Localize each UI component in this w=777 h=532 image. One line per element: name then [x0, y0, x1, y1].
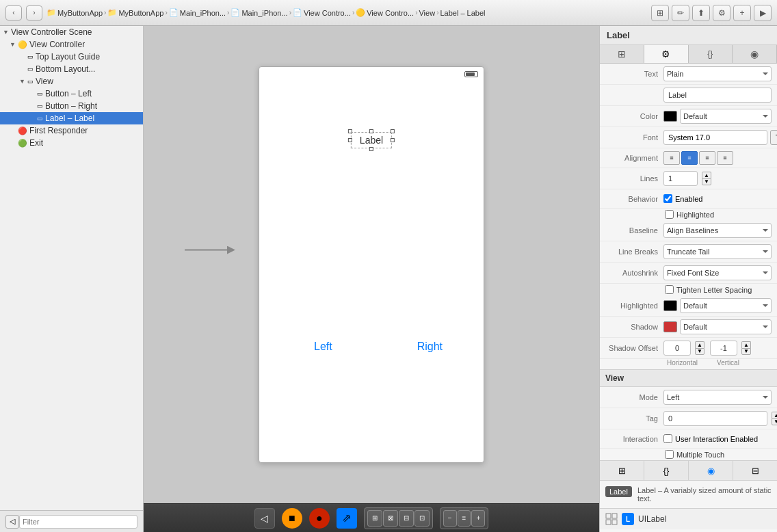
sidebar-bottom: ◁ — [0, 510, 143, 532]
panel-tab-size[interactable]: {} — [689, 45, 733, 63]
shadow-h-stepper: ▲ ▼ — [695, 341, 704, 355]
align-btn2[interactable]: ⊠ — [383, 510, 398, 527]
footer-description: Label – A variably sized amount of stati… — [637, 486, 772, 503]
canvas-content[interactable]: Label Left Right — [144, 26, 599, 503]
tag-up[interactable]: ▲ — [772, 412, 777, 418]
settings-button[interactable]: ⚙ — [713, 5, 730, 21]
label-container[interactable]: Label — [351, 132, 392, 148]
align-btn1[interactable]: ⊞ — [367, 510, 382, 527]
prop-mode: Mode Left — [600, 387, 777, 408]
label-element[interactable]: Label — [351, 132, 392, 148]
sidebar-item-exit[interactable]: 🟢 Exit — [0, 137, 143, 149]
font-input[interactable] — [663, 130, 767, 145]
shadow-swatch[interactable] — [663, 321, 677, 332]
sidebar-collapse-btn[interactable]: ◁ — [5, 515, 19, 529]
handle-mr — [391, 138, 395, 142]
breadcrumb-mybuttonapp2[interactable]: 📁 MyButtonApp — [107, 8, 163, 17]
zoom-fit-btn[interactable]: ≡ — [458, 510, 471, 527]
multiple-touch-checkbox[interactable] — [665, 450, 674, 459]
canvas-link-btn[interactable]: ⇗ — [337, 508, 357, 529]
guide-icon1: ▭ — [27, 53, 34, 60]
autoshrink-select[interactable]: Fixed Font Size — [663, 265, 772, 280]
sidebar-item-first-responder[interactable]: 🔴 First Responder — [0, 124, 143, 137]
zoom-in-btn[interactable]: + — [471, 510, 485, 527]
panel-tab-connections[interactable]: ◉ — [733, 45, 777, 63]
sidebar-item-scene[interactable]: ▼ View Controller Scene — [0, 26, 143, 38]
shadow-v-up[interactable]: ▲ — [741, 341, 751, 348]
footer-label-info: Label Label – A variably sized amount of… — [600, 481, 777, 508]
file-icon3: 📄 — [293, 8, 302, 17]
shadow-v-down[interactable]: ▼ — [741, 348, 751, 355]
font-style-btn[interactable]: T — [770, 130, 777, 145]
breadcrumb-viewcontro2[interactable]: 🟡 View Contro... — [356, 8, 414, 17]
line-breaks-select[interactable]: Truncate Tail — [663, 244, 772, 259]
tag-input[interactable] — [663, 411, 767, 426]
add-button[interactable]: + — [733, 5, 751, 21]
edit-button[interactable]: ✏ — [672, 5, 689, 21]
nav-back-button[interactable]: ‹ — [5, 5, 22, 21]
breadcrumb-mybuttonapp1[interactable]: 📁 MyButtonApp — [47, 8, 103, 17]
breadcrumb-label[interactable]: Label – Label — [440, 9, 485, 17]
share-button[interactable]: ⬆ — [692, 5, 710, 21]
lines-down-btn[interactable]: ▼ — [702, 178, 711, 185]
shadow-select[interactable]: Default — [680, 319, 772, 334]
folder-icon2: 📁 — [107, 8, 117, 17]
align-right-btn[interactable]: ≡ — [699, 151, 715, 165]
color-swatch[interactable] — [663, 111, 677, 122]
highlighted-color-swatch[interactable] — [663, 300, 677, 311]
align-btn3[interactable]: ⊟ — [399, 510, 414, 527]
panel-tab-inspector[interactable]: ⚙ — [644, 45, 689, 63]
baseline-select[interactable]: Align Baselines — [663, 223, 772, 238]
shadow-h-down[interactable]: ▼ — [695, 348, 704, 355]
sidebar-item-btn-right[interactable]: ▭ Button – Right — [0, 100, 143, 112]
breadcrumb-viewcontro1[interactable]: 📄 View Contro... — [293, 8, 351, 17]
sidebar-item-view[interactable]: ▼ ▭ View — [0, 75, 143, 88]
canvas-rec-btn[interactable]: ● — [309, 508, 330, 529]
mode-select[interactable]: Left — [663, 390, 772, 405]
sidebar-item-vc[interactable]: ▼ 🟡 View Controller — [0, 38, 143, 51]
button-right[interactable]: Right — [417, 341, 443, 353]
highlighted-color-select[interactable]: Default — [680, 298, 772, 313]
sidebar-filter-input[interactable] — [19, 515, 137, 529]
align-btn4[interactable]: ⊡ — [414, 510, 430, 527]
sidebar-item-btn-left[interactable]: ▭ Button – Left — [0, 88, 143, 100]
color-select[interactable]: Default — [680, 109, 772, 124]
sidebar-item-bottom-layout[interactable]: ▭ Bottom Layout... — [0, 63, 143, 75]
sub-tab-1[interactable]: ⊞ — [600, 461, 644, 480]
iphone-frame: Label Left Right — [259, 66, 484, 463]
text-type-select[interactable]: Plain — [663, 66, 772, 81]
lines-input[interactable] — [663, 171, 698, 186]
main-layout: ▼ View Controller Scene ▼ 🟡 View Control… — [0, 26, 777, 532]
run-button[interactable]: ▶ — [754, 5, 772, 21]
footer-badge: Label — [605, 486, 632, 497]
sidebar-item-label[interactable]: ▭ Label – Label — [0, 112, 143, 124]
canvas-btn1[interactable]: ◁ — [254, 508, 275, 529]
sub-tab-3[interactable]: ◉ — [689, 461, 733, 480]
tighten-checkbox[interactable] — [665, 285, 674, 294]
button-left[interactable]: Left — [314, 341, 332, 353]
prop-line-breaks: Line Breaks Truncate Tail — [600, 241, 777, 263]
shadow-h-input[interactable] — [663, 341, 691, 356]
nav-forward-button[interactable]: › — [26, 5, 42, 21]
text-content-input[interactable] — [663, 88, 772, 103]
lines-up-btn[interactable]: ▲ — [702, 172, 711, 178]
inspector-toggle[interactable]: ⊞ — [651, 5, 669, 21]
highlighted-checkbox[interactable] — [665, 210, 674, 219]
zoom-out-btn[interactable]: − — [443, 510, 457, 527]
sidebar-item-top-layout[interactable]: ▭ Top Layout Guide — [0, 51, 143, 63]
shadow-v-input[interactable] — [710, 341, 737, 356]
tag-down[interactable]: ▼ — [772, 418, 777, 425]
enabled-checkbox[interactable] — [663, 194, 672, 203]
sub-tab-2[interactable]: {} — [644, 461, 689, 480]
panel-tab-attributes[interactable]: ⊞ — [600, 45, 644, 63]
align-justify-btn[interactable]: ≡ — [717, 151, 733, 165]
canvas-stop-btn[interactable]: ■ — [282, 508, 302, 529]
align-center-btn[interactable]: ≡ — [681, 151, 698, 165]
sub-tab-4[interactable]: ⊟ — [733, 461, 777, 480]
breadcrumb-view[interactable]: View — [419, 9, 435, 17]
breadcrumb-mainiphone1[interactable]: 📄 Main_iPhon... — [169, 8, 226, 17]
user-interaction-checkbox[interactable] — [663, 434, 672, 443]
shadow-h-up[interactable]: ▲ — [695, 341, 704, 348]
align-left-btn[interactable]: ≡ — [663, 151, 680, 165]
breadcrumb-mainiphone2[interactable]: 📄 Main_iPhon... — [231, 8, 287, 17]
